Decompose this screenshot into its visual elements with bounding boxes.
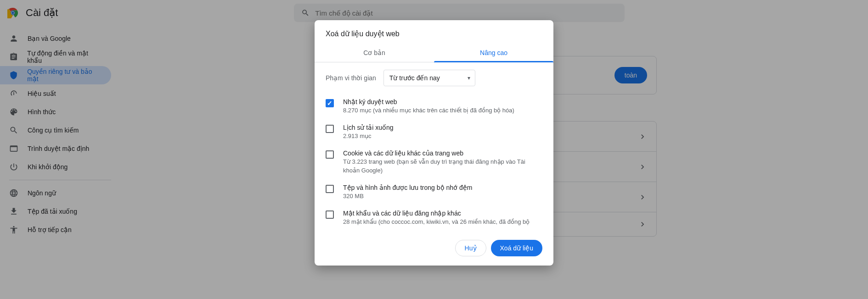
checkbox[interactable] [326, 99, 334, 107]
check-item-0[interactable]: Nhật ký duyệt web 8.270 mục (và nhiều mụ… [326, 94, 542, 119]
check-item-1[interactable]: Lịch sử tải xuống 2.913 mục [326, 119, 542, 145]
checkbox[interactable] [326, 150, 334, 159]
checkbox[interactable] [326, 185, 334, 193]
checkbox[interactable] [326, 210, 334, 219]
check-sub: Từ 3.223 trang web (bạn sẽ vẫn duy trì t… [343, 158, 542, 174]
check-title: Cookie và các dữ liệu khác của trang web [343, 150, 542, 157]
check-title: Mật khẩu và các dữ liệu đăng nhập khác [343, 210, 542, 217]
time-range-label: Phạm vi thời gian [326, 74, 376, 82]
checkbox[interactable] [326, 125, 334, 133]
modal-overlay[interactable]: Xoá dữ liệu duyệt web Cơ bản Nâng cao Ph… [0, 0, 868, 299]
dialog-tabs: Cơ bản Nâng cao [315, 44, 553, 62]
check-sub: 8.270 mục (và nhiều mục khác trên các th… [343, 106, 542, 115]
check-title: Nhật ký duyệt web [343, 98, 542, 105]
check-sub: 28 mật khẩu (cho coccoc.com, kiwiki.vn, … [343, 218, 542, 226]
check-title: Lịch sử tải xuống [343, 124, 542, 131]
time-range-value: Từ trước đến nay [389, 74, 440, 82]
dialog-title: Xoá dữ liệu duyệt web [315, 20, 553, 44]
check-item-2[interactable]: Cookie và các dữ liệu khác của trang web… [326, 145, 542, 179]
check-title: Tệp và hình ảnh được lưu trong bộ nhớ đệ… [343, 184, 542, 191]
clear-data-button[interactable]: Xoá dữ liệu [491, 240, 542, 256]
check-item-4[interactable]: Mật khẩu và các dữ liệu đăng nhập khác 2… [326, 205, 542, 231]
tab-basic[interactable]: Cơ bản [315, 44, 434, 62]
clear-data-dialog: Xoá dữ liệu duyệt web Cơ bản Nâng cao Ph… [315, 20, 553, 266]
check-sub: 2.913 mục [343, 132, 542, 140]
time-range-select[interactable]: Từ trước đến nay [383, 70, 475, 86]
cancel-button[interactable]: Huỷ [455, 240, 486, 256]
check-item-3[interactable]: Tệp và hình ảnh được lưu trong bộ nhớ đệ… [326, 179, 542, 205]
tab-advanced[interactable]: Nâng cao [434, 44, 553, 62]
check-sub: 320 MB [343, 192, 542, 200]
